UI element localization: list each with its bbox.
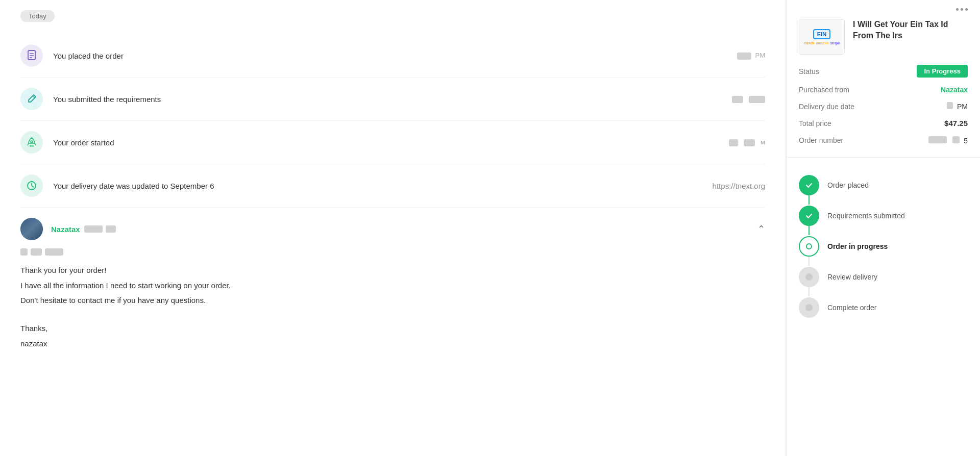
order-num-block-2 — [952, 136, 960, 143]
progress-circle-review — [799, 267, 819, 287]
time-suffix-3: м — [761, 138, 765, 146]
activity-item-placed: You placed the order PM — [20, 34, 765, 78]
thumbnail-inner: EIN merch amazon stripe — [799, 19, 844, 54]
dots-menu[interactable] — [787, 0, 980, 19]
right-panel: EIN merch amazon stripe I Will Get Your … — [786, 0, 980, 456]
progress-circle-requirements — [799, 206, 819, 226]
progress-label-order-placed: Order placed — [827, 181, 869, 189]
detail-row-status: Status In Progress — [799, 65, 968, 78]
activity-text-placed: You placed the order — [53, 52, 731, 60]
dot-1 — [956, 8, 959, 11]
time-redacted-3a — [729, 139, 738, 146]
progress-step-5-container: Complete order — [799, 292, 968, 323]
document-icon — [27, 50, 37, 61]
order-number-value: 5 — [928, 136, 968, 145]
seller-name[interactable]: Nazatax — [51, 225, 80, 234]
order-number-label: Order number — [799, 136, 843, 144]
inactive-circle-inner-5 — [805, 304, 813, 311]
name-redacted-2 — [106, 225, 116, 233]
progress-section: Order placed Requirements submitted — [787, 158, 980, 335]
msg-redacted-1 — [20, 248, 28, 256]
time-redacted-2 — [732, 96, 743, 103]
activity-item-started: Your order started м — [20, 121, 765, 164]
activity-icon-delivery — [20, 174, 43, 197]
progress-step-in-progress: Order in progress — [799, 231, 968, 262]
activity-item-requirements: You submitted the requirements — [20, 78, 765, 121]
order-title: I Will Get Your Ein Tax Id From The Irs — [853, 19, 968, 42]
order-number-suffix: 5 — [964, 137, 968, 145]
delivery-due-label: Delivery due date — [799, 103, 854, 111]
time-redacted-1 — [737, 53, 751, 60]
activity-url-delivery[interactable]: https://tnext.org — [713, 182, 765, 190]
progress-step-4-container: Review delivery — [799, 262, 968, 292]
seller-header: Nazatax ⌃ — [20, 218, 765, 240]
checkmark-icon-1 — [804, 181, 814, 190]
activity-time-placed: PM — [737, 52, 765, 60]
progress-label-in-progress: Order in progress — [827, 242, 888, 250]
total-price-label: Total price — [799, 119, 831, 128]
progress-circle-order-placed — [799, 175, 819, 195]
progress-label-complete: Complete order — [827, 303, 877, 312]
svg-rect-0 — [28, 50, 35, 60]
activity-icon-started — [20, 131, 43, 154]
detail-row-price: Total price $47.25 — [799, 119, 968, 128]
thumbnail-logos: merch amazon stripe — [804, 41, 840, 45]
collapse-button[interactable]: ⌃ — [757, 223, 765, 235]
progress-step-2-container: Requirements submitted — [799, 200, 968, 231]
progress-circle-in-progress — [799, 236, 819, 257]
progress-step-requirements: Requirements submitted — [799, 200, 968, 231]
seller-name-redacted — [84, 225, 116, 233]
activity-text-requirements: You submitted the requirements — [53, 95, 726, 104]
rocket-icon — [27, 137, 37, 148]
purchased-from-value[interactable]: Nazatax — [941, 86, 968, 94]
delivery-redacted-val — [947, 102, 953, 109]
delivery-redacted — [947, 102, 953, 109]
msg-redacted-3 — [45, 248, 63, 256]
order-thumbnail-row: EIN merch amazon stripe I Will Get Your … — [799, 19, 968, 55]
merch-logo: merch — [804, 41, 815, 45]
svg-point-7 — [804, 181, 814, 190]
amazon-logo: amazon — [816, 41, 829, 45]
status-badge: In Progress — [917, 65, 968, 78]
progress-label-review: Review delivery — [827, 273, 877, 281]
message-line-2: I have all the information I need to sta… — [20, 279, 765, 292]
activity-icon-placed — [20, 44, 43, 67]
message-redacted-row — [20, 248, 765, 256]
active-circle-inner — [806, 243, 812, 249]
activity-icon-requirements — [20, 88, 43, 110]
activity-text-started: Your order started — [53, 138, 723, 147]
message-line-5: nazatax — [20, 337, 765, 350]
main-container: Today You placed the order PM — [0, 0, 980, 456]
name-redacted-1 — [84, 225, 103, 233]
message-line-1: Thank you for your order! — [20, 264, 765, 277]
clock-icon — [27, 181, 37, 191]
detail-row-purchased-from: Purchased from Nazatax — [799, 86, 968, 94]
message-body: Thank you for your order! I have all the… — [20, 264, 765, 350]
msg-redacted-2 — [31, 248, 42, 256]
order-number-redacted — [928, 136, 960, 144]
ein-badge: EIN — [813, 29, 830, 39]
progress-label-requirements: Requirements submitted — [827, 212, 905, 220]
order-thumbnail: EIN merch amazon stripe — [799, 19, 845, 55]
seller-avatar — [20, 218, 43, 240]
activity-text-delivery: Your delivery date was updated to Septem… — [53, 182, 708, 190]
time-redacted-3b — [744, 139, 755, 146]
progress-step-3-container: Order in progress — [799, 231, 968, 262]
status-label: Status — [799, 67, 819, 75]
purchased-from-label: Purchased from — [799, 86, 849, 94]
activity-time-requirements — [732, 95, 765, 103]
time-suffix-1: PM — [755, 52, 766, 59]
seller-message: Nazatax ⌃ Thank you for your order! I ha… — [20, 208, 765, 362]
today-badge: Today — [20, 10, 55, 22]
message-line-4: Thanks, — [20, 322, 765, 335]
avatar-image — [20, 218, 43, 240]
progress-step-order-placed: Order placed — [799, 170, 968, 200]
svg-point-5 — [31, 141, 33, 143]
order-num-block-1 — [928, 136, 947, 143]
order-details-grid: Status In Progress Purchased from Nazata… — [799, 65, 968, 145]
delivery-due-value: PM — [947, 102, 968, 111]
message-line-3: Don't hesitate to contact me if you have… — [20, 294, 765, 307]
svg-point-8 — [804, 211, 814, 220]
dot-2 — [961, 8, 963, 11]
time-redacted-2b — [749, 96, 765, 103]
